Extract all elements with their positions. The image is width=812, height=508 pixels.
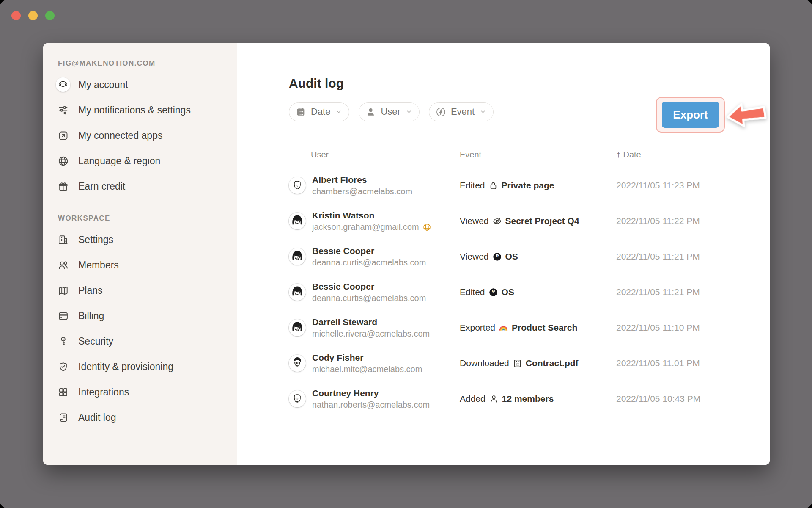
filter-toolbar: Date User Event Export bbox=[289, 102, 716, 121]
event-action: Viewed bbox=[460, 216, 489, 226]
sidebar-item-my-connected-apps[interactable]: My connected apps bbox=[57, 123, 229, 148]
column-header-date[interactable]: ↑ Date bbox=[616, 149, 716, 160]
sidebar-item-label: Billing bbox=[78, 310, 104, 322]
sidebar-item-label: My connected apps bbox=[78, 130, 162, 141]
globe-icon bbox=[57, 155, 69, 167]
sidebar-item-settings[interactable]: Settings bbox=[57, 227, 229, 252]
window-titlebar bbox=[11, 11, 55, 20]
event-date: 2022/11/05 11:21 PM bbox=[616, 251, 716, 262]
avatar bbox=[289, 390, 306, 407]
shield-check-icon bbox=[57, 361, 69, 373]
sidebar-item-identity-provisioning[interactable]: Identity & provisioning bbox=[57, 354, 229, 379]
sidebar-item-label: Language & region bbox=[78, 155, 160, 167]
sidebar-item-label: Security bbox=[78, 336, 113, 347]
sidebar-item-earn-credit[interactable]: Earn credit bbox=[57, 174, 229, 199]
sidebar-item-label: Plans bbox=[78, 285, 103, 296]
person-icon bbox=[489, 394, 499, 404]
sidebar-item-label: My notifications & settings bbox=[78, 105, 191, 116]
event-object: OS bbox=[505, 251, 518, 262]
sidebar-item-plans[interactable]: Plans bbox=[57, 278, 229, 303]
settings-sidebar: FIG@MAKENOTION.COM My account My notific… bbox=[43, 43, 237, 465]
user-email: chambers@acmelabs.com bbox=[312, 187, 412, 196]
sidebar-item-billing[interactable]: Billing bbox=[57, 303, 229, 329]
chevron-down-icon bbox=[480, 108, 486, 115]
user-cell: Courtney Henry nathan.roberts@acmelabs.c… bbox=[289, 388, 460, 410]
user-name: Bessie Cooper bbox=[312, 282, 426, 292]
sliders-icon bbox=[57, 104, 69, 116]
sidebar-item-label: Identity & provisioning bbox=[78, 361, 173, 373]
filter-user[interactable]: User bbox=[359, 102, 419, 121]
event-action: Added bbox=[460, 394, 486, 404]
event-cell: Edited 8 OS bbox=[460, 287, 616, 297]
event-date: 2022/11/05 11:23 PM bbox=[616, 180, 716, 190]
audit-log-row: Bessie Cooper deanna.curtis@acmelabs.com… bbox=[289, 239, 716, 274]
desktop-background: FIG@MAKENOTION.COM My account My notific… bbox=[0, 0, 812, 508]
event-date: 2022/11/05 11:01 PM bbox=[616, 358, 716, 368]
user-email: deanna.curtis@acmelabs.com bbox=[312, 258, 426, 268]
event-action: Downloaded bbox=[460, 358, 509, 368]
table-header-row: User Event ↑ Date bbox=[289, 145, 716, 164]
sidebar-item-label: Integrations bbox=[78, 387, 129, 398]
rainbow-icon bbox=[499, 323, 508, 333]
event-action: Edited bbox=[460, 180, 485, 190]
eight-ball-icon: 8 bbox=[488, 287, 498, 297]
filter-event[interactable]: Event bbox=[429, 102, 494, 121]
annotation-arrow-icon bbox=[724, 98, 768, 131]
event-cell: Added 12 members bbox=[460, 394, 616, 404]
user-name: Kristin Watson bbox=[312, 210, 431, 221]
workspace-nav: Settings Members Plans Billing Security … bbox=[57, 227, 229, 430]
user-cell: Cody Fisher michael.mitc@acmelabs.com bbox=[289, 353, 460, 374]
sidebar-item-label: My account bbox=[78, 79, 128, 91]
account-email-header: FIG@MAKENOTION.COM bbox=[58, 59, 229, 68]
dog-avatar bbox=[57, 79, 69, 91]
sidebar-item-members[interactable]: Members bbox=[57, 252, 229, 278]
avatar bbox=[289, 177, 306, 194]
lightning-icon bbox=[436, 107, 446, 117]
user-filled-icon bbox=[365, 107, 376, 117]
zoom-window-button[interactable] bbox=[45, 11, 55, 20]
scroll-icon bbox=[57, 411, 69, 423]
user-email: jackson.graham@gmail.com bbox=[312, 222, 431, 232]
audit-log-row: Albert Flores chambers@acmelabs.com Edit… bbox=[289, 168, 716, 203]
export-button[interactable]: Export bbox=[662, 102, 719, 128]
close-window-button[interactable] bbox=[11, 11, 21, 20]
table-body: Albert Flores chambers@acmelabs.com Edit… bbox=[289, 164, 716, 417]
user-email: michael.mitc@acmelabs.com bbox=[312, 364, 422, 374]
map-icon bbox=[57, 284, 69, 296]
user-name: Bessie Cooper bbox=[312, 246, 426, 256]
sidebar-item-security[interactable]: Security bbox=[57, 329, 229, 354]
filter-label: Event bbox=[451, 106, 475, 117]
event-action: Edited bbox=[460, 287, 485, 297]
filter-label: User bbox=[381, 106, 400, 117]
audit-log-row: Bessie Cooper deanna.curtis@acmelabs.com… bbox=[289, 274, 716, 310]
sidebar-item-my-notifications-settings[interactable]: My notifications & settings bbox=[57, 97, 229, 123]
audit-log-row: Cody Fisher michael.mitc@acmelabs.com Do… bbox=[289, 345, 716, 381]
document-icon bbox=[513, 359, 522, 368]
lock-icon bbox=[488, 181, 498, 190]
sidebar-item-label: Audit log bbox=[78, 412, 116, 423]
members-icon bbox=[57, 259, 69, 271]
sidebar-item-audit-log[interactable]: Audit log bbox=[57, 405, 229, 430]
avatar bbox=[289, 284, 306, 301]
eye-off-icon bbox=[492, 216, 502, 226]
sidebar-item-label: Members bbox=[78, 260, 119, 271]
minimize-window-button[interactable] bbox=[28, 11, 38, 20]
user-email: deanna.curtis@acmelabs.com bbox=[312, 293, 426, 303]
event-object: OS bbox=[502, 287, 514, 297]
user-name: Albert Flores bbox=[312, 175, 412, 185]
event-object: 12 members bbox=[502, 394, 554, 404]
audit-log-row: Kristin Watson jackson.graham@gmail.com … bbox=[289, 203, 716, 239]
sidebar-item-integrations[interactable]: Integrations bbox=[57, 379, 229, 405]
audit-log-row: Courtney Henry nathan.roberts@acmelabs.c… bbox=[289, 381, 716, 417]
sidebar-item-language-region[interactable]: Language & region bbox=[57, 148, 229, 174]
export-highlight-ring: Export bbox=[656, 97, 725, 133]
event-object: Private page bbox=[502, 180, 554, 190]
filter-pills: Date User Event bbox=[289, 102, 494, 121]
key-icon bbox=[57, 335, 69, 347]
filter-date[interactable]: Date bbox=[289, 102, 349, 121]
event-cell: Downloaded Contract.pdf bbox=[460, 358, 616, 368]
sidebar-item-my-account[interactable]: My account bbox=[57, 72, 229, 97]
event-date: 2022/11/05 11:21 PM bbox=[616, 287, 716, 297]
sidebar-item-label: Earn credit bbox=[78, 181, 125, 192]
user-cell: Albert Flores chambers@acmelabs.com bbox=[289, 175, 460, 196]
